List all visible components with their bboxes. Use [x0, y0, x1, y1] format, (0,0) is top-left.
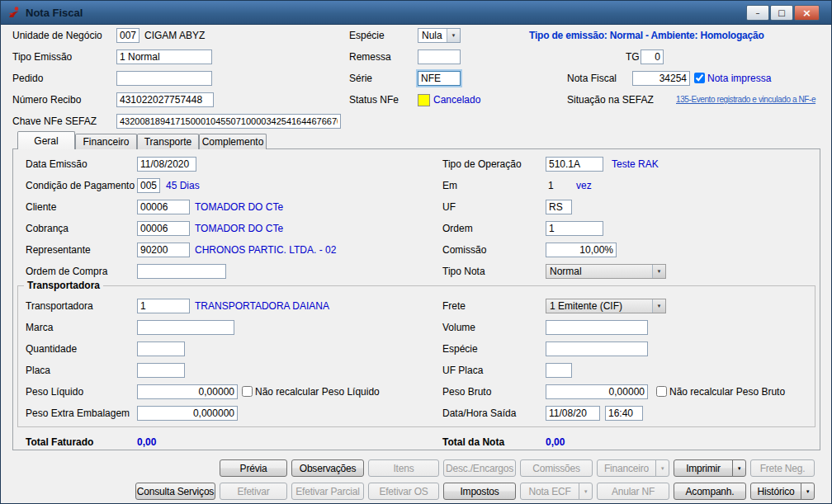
close-icon[interactable]: × — [794, 5, 820, 21]
tipo-nota-value: Normal — [546, 265, 652, 278]
historico-dropdown-button[interactable]: ▼ — [801, 483, 815, 500]
financeiro-button[interactable]: Financeiro — [597, 459, 656, 477]
cobranca-input[interactable] — [137, 221, 190, 236]
total-da-nota-value: 0,00 — [546, 435, 565, 450]
minimize-icon[interactable]: – — [746, 5, 769, 21]
ordem-compra-label: Ordem de Compra — [26, 264, 107, 279]
remessa-input[interactable] — [418, 49, 461, 64]
placa-label: Placa — [26, 363, 50, 378]
tipo-nota-label: Tipo Nota — [442, 264, 485, 279]
nota-ecf-dropdown-button[interactable]: ▼ — [579, 483, 593, 500]
cliente-label: Cliente — [26, 200, 56, 214]
tg-input[interactable] — [641, 49, 664, 64]
window-titlebar[interactable]: Nota Fiscal – □ × — [1, 1, 831, 25]
status-nfe-label: Status NFe — [349, 92, 399, 107]
nao-recalcular-peso-liquido-label: Não recalcular Peso Líquido — [255, 384, 380, 399]
ordem-input[interactable] — [546, 221, 603, 236]
comissao-input[interactable] — [546, 243, 617, 257]
peso-bruto-input[interactable] — [546, 384, 648, 399]
status-nfe-indicator — [418, 94, 430, 106]
itens-button[interactable]: Itens — [368, 459, 439, 477]
observacoes-button[interactable]: Observações — [291, 459, 364, 477]
acompanh-button[interactable]: Acompanh. — [674, 483, 746, 500]
tipo-nota-combobox[interactable]: Normal ▼ — [546, 264, 666, 279]
pedido-input[interactable] — [116, 71, 212, 86]
tipo-emissao-input[interactable] — [116, 49, 212, 64]
imprimir-dropdown-button[interactable]: ▼ — [732, 459, 746, 477]
nota-impressa-checkbox[interactable] — [694, 73, 705, 83]
app-icon — [7, 6, 21, 19]
anular-nf-button[interactable]: Anular NF — [597, 483, 669, 500]
unidade-negocio-label: Unidade de Negócio — [12, 28, 102, 43]
efetivar-parcial-button[interactable]: Efetivar Parcial — [291, 483, 364, 500]
tipo-operacao-input[interactable] — [546, 157, 603, 172]
nao-recalcular-peso-bruto-label: Não recalcular Peso Bruto — [669, 384, 785, 399]
nota-fiscal-input[interactable] — [632, 71, 690, 86]
tab-geral[interactable]: Geral — [17, 131, 75, 149]
efetivar-os-button[interactable]: Efetivar OS — [368, 483, 439, 500]
frete-label: Frete — [442, 299, 466, 313]
transportadora-input[interactable] — [137, 299, 190, 313]
cliente-desc: TOMADOR DO CTe — [195, 200, 283, 214]
situacao-sefaz-link[interactable]: 135-Evento registrado e vinculado a NF-e — [676, 93, 815, 106]
condicao-pagamento-input[interactable] — [137, 178, 160, 193]
cobranca-desc: TOMADOR DO CTe — [195, 221, 283, 236]
total-da-nota-label: Total da Nota — [442, 435, 504, 450]
data-emissao-input[interactable] — [137, 157, 196, 172]
placa-input[interactable] — [137, 363, 185, 378]
chave-nfe-label: Chave NFe SEFAZ — [12, 114, 97, 129]
frete-neg-button[interactable]: Frete Neg. — [750, 459, 815, 477]
nao-recalcular-peso-bruto-checkbox[interactable] — [656, 386, 667, 397]
situacao-sefaz-label: Situação na SEFAZ — [567, 92, 654, 107]
uf-placa-input[interactable] — [546, 363, 572, 378]
historico-button[interactable]: Histórico — [750, 483, 801, 500]
tab-financeiro[interactable]: Financeiro — [75, 134, 137, 149]
tab-complemento[interactable]: Complemento — [199, 134, 267, 149]
data-saida-input[interactable] — [546, 406, 600, 421]
tipo-operacao-label: Tipo de Operação — [442, 157, 522, 172]
impostos-button[interactable]: Impostos — [443, 483, 516, 500]
desc-encargos-button[interactable]: Desc./Encargos — [443, 459, 516, 477]
quantidade-input[interactable] — [137, 341, 185, 356]
peso-extra-embalagem-input[interactable] — [137, 406, 238, 421]
especie-combobox[interactable]: Nula ▼ — [418, 28, 461, 43]
chave-nfe-input[interactable] — [116, 114, 341, 129]
previa-button[interactable]: Prévia — [220, 459, 287, 477]
tab-transporte[interactable]: Transporte — [137, 134, 199, 149]
uf-input[interactable] — [546, 200, 572, 214]
data-emissao-label: Data Emissão — [26, 157, 87, 172]
nao-recalcular-peso-liquido-checkbox[interactable] — [242, 386, 253, 397]
peso-liquido-input[interactable] — [137, 384, 238, 399]
unidade-negocio-input[interactable] — [116, 28, 139, 43]
pedido-label: Pedido — [12, 71, 43, 86]
consulta-servicos-button[interactable]: Consulta Serviços — [135, 483, 215, 500]
nota-ecf-button[interactable]: Nota ECF — [520, 483, 579, 500]
comissoes-button[interactable]: Comissões — [520, 459, 593, 477]
financeiro-dropdown-button[interactable]: ▼ — [655, 459, 669, 477]
tg-label: TG — [626, 49, 640, 64]
nota-fiscal-label: Nota Fiscal — [567, 71, 617, 86]
condicao-pagamento-label: Condição de Pagamento — [26, 178, 135, 193]
efetivar-button[interactable]: Efetivar — [220, 483, 287, 500]
numero-recibo-input[interactable] — [116, 92, 214, 107]
em-value: 1 — [548, 178, 554, 193]
em-label: Em — [442, 178, 457, 193]
chevron-down-icon: ▼ — [447, 29, 460, 42]
especie-label: Espécie — [349, 28, 385, 43]
serie-input[interactable] — [418, 71, 461, 86]
data-hora-saida-label: Data/Hora Saída — [442, 406, 516, 421]
marca-input[interactable] — [137, 320, 234, 335]
numero-recibo-label: Número Recibo — [12, 92, 81, 107]
tipo-emissao-label: Tipo Emissão — [12, 49, 72, 64]
imprimir-button[interactable]: Imprimir — [674, 459, 733, 477]
representante-input[interactable] — [137, 243, 190, 257]
especie-transporte-input[interactable] — [546, 341, 648, 356]
hora-saida-input[interactable] — [605, 406, 643, 421]
ordem-compra-input[interactable] — [137, 264, 226, 279]
cliente-input[interactable] — [137, 200, 190, 214]
maximize-icon[interactable]: □ — [770, 5, 793, 21]
unidade-negocio-name: CIGAM ABYZ — [144, 28, 205, 43]
frete-combobox[interactable]: 1 Emitente (CIF) ▼ — [546, 299, 666, 313]
volume-input[interactable] — [546, 320, 648, 335]
peso-liquido-label: Peso Líquido — [26, 384, 83, 399]
